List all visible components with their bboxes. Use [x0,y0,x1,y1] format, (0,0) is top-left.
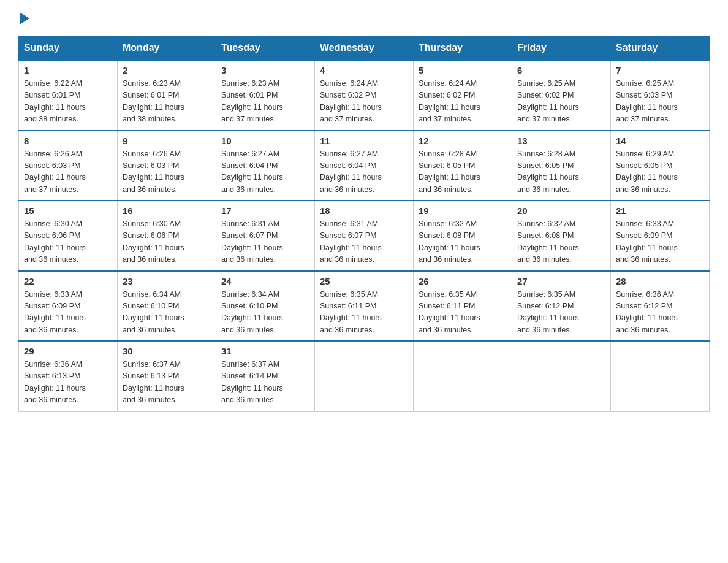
day-number: 1 [24,65,112,75]
calendar-cell: 20Sunrise: 6:32 AMSunset: 6:08 PMDayligh… [512,201,611,271]
calendar-table: SundayMondayTuesdayWednesdayThursdayFrid… [18,36,710,412]
calendar-cell: 16Sunrise: 6:30 AMSunset: 6:06 PMDayligh… [118,201,216,271]
day-number: 14 [616,136,704,146]
day-info: Sunrise: 6:37 AMSunset: 6:13 PMDaylight:… [123,360,184,404]
day-info: Sunrise: 6:30 AMSunset: 6:06 PMDaylight:… [123,220,184,264]
day-info: Sunrise: 6:25 AMSunset: 6:02 PMDaylight:… [517,79,579,123]
day-info: Sunrise: 6:24 AMSunset: 6:02 PMDaylight:… [320,79,382,123]
calendar-cell: 30Sunrise: 6:37 AMSunset: 6:13 PMDayligh… [118,341,216,411]
day-info: Sunrise: 6:32 AMSunset: 6:08 PMDaylight:… [419,220,480,264]
week-row-5: 29Sunrise: 6:36 AMSunset: 6:13 PMDayligh… [19,341,710,411]
day-info: Sunrise: 6:30 AMSunset: 6:06 PMDaylight:… [24,220,86,264]
calendar-cell [315,341,414,411]
day-number: 11 [320,136,408,146]
calendar-cell: 3Sunrise: 6:23 AMSunset: 6:01 PMDaylight… [216,60,315,131]
calendar-header-row: SundayMondayTuesdayWednesdayThursdayFrid… [19,36,710,61]
calendar-cell: 18Sunrise: 6:31 AMSunset: 6:07 PMDayligh… [315,201,414,271]
day-number: 10 [221,136,309,146]
day-number: 28 [616,276,704,286]
calendar-cell: 1Sunrise: 6:22 AMSunset: 6:01 PMDaylight… [19,60,118,131]
day-info: Sunrise: 6:23 AMSunset: 6:01 PMDaylight:… [221,79,283,123]
day-number: 2 [123,65,211,75]
day-number: 13 [517,136,605,146]
calendar-cell: 12Sunrise: 6:28 AMSunset: 6:05 PMDayligh… [414,131,512,201]
column-header-monday: Monday [118,36,216,61]
column-header-tuesday: Tuesday [216,36,315,61]
column-header-sunday: Sunday [19,36,118,61]
day-info: Sunrise: 6:27 AMSunset: 6:04 PMDaylight:… [221,150,283,194]
logo [18,12,31,25]
calendar-cell: 8Sunrise: 6:26 AMSunset: 6:03 PMDaylight… [19,131,118,201]
day-info: Sunrise: 6:37 AMSunset: 6:14 PMDaylight:… [221,360,283,404]
day-info: Sunrise: 6:34 AMSunset: 6:10 PMDaylight:… [221,290,283,334]
calendar-cell [512,341,611,411]
day-number: 22 [24,276,112,286]
day-number: 27 [517,276,605,286]
calendar-cell: 11Sunrise: 6:27 AMSunset: 6:04 PMDayligh… [315,131,414,201]
day-number: 5 [419,65,507,75]
calendar-cell: 27Sunrise: 6:35 AMSunset: 6:12 PMDayligh… [512,271,611,342]
day-info: Sunrise: 6:36 AMSunset: 6:12 PMDaylight:… [616,290,678,334]
column-header-friday: Friday [512,36,611,61]
day-info: Sunrise: 6:32 AMSunset: 6:08 PMDaylight:… [517,220,579,264]
day-number: 6 [517,65,605,75]
calendar-cell: 15Sunrise: 6:30 AMSunset: 6:06 PMDayligh… [19,201,118,271]
calendar-cell: 21Sunrise: 6:33 AMSunset: 6:09 PMDayligh… [611,201,710,271]
day-number: 23 [123,276,211,286]
calendar-cell: 4Sunrise: 6:24 AMSunset: 6:02 PMDaylight… [315,60,414,131]
day-info: Sunrise: 6:34 AMSunset: 6:10 PMDaylight:… [123,290,184,334]
week-row-4: 22Sunrise: 6:33 AMSunset: 6:09 PMDayligh… [19,271,710,342]
calendar-cell: 17Sunrise: 6:31 AMSunset: 6:07 PMDayligh… [216,201,315,271]
day-number: 3 [221,65,309,75]
day-number: 4 [320,65,408,75]
day-number: 7 [616,65,704,75]
day-number: 30 [123,346,211,356]
calendar-cell: 31Sunrise: 6:37 AMSunset: 6:14 PMDayligh… [216,341,315,411]
day-number: 25 [320,276,408,286]
day-info: Sunrise: 6:29 AMSunset: 6:05 PMDaylight:… [616,150,678,194]
day-number: 8 [24,136,112,146]
day-info: Sunrise: 6:35 AMSunset: 6:11 PMDaylight:… [320,290,382,334]
day-number: 29 [24,346,112,356]
day-number: 9 [123,136,211,146]
day-info: Sunrise: 6:28 AMSunset: 6:05 PMDaylight:… [517,150,579,194]
day-info: Sunrise: 6:28 AMSunset: 6:05 PMDaylight:… [419,150,480,194]
day-info: Sunrise: 6:35 AMSunset: 6:12 PMDaylight:… [517,290,579,334]
calendar-cell: 26Sunrise: 6:35 AMSunset: 6:11 PMDayligh… [414,271,512,342]
calendar-cell: 10Sunrise: 6:27 AMSunset: 6:04 PMDayligh… [216,131,315,201]
day-info: Sunrise: 6:36 AMSunset: 6:13 PMDaylight:… [24,360,86,404]
column-header-wednesday: Wednesday [315,36,414,61]
day-number: 31 [221,346,309,356]
logo-arrow-icon [20,12,29,25]
day-number: 12 [419,136,507,146]
calendar-cell: 5Sunrise: 6:24 AMSunset: 6:02 PMDaylight… [414,60,512,131]
calendar-cell: 19Sunrise: 6:32 AMSunset: 6:08 PMDayligh… [414,201,512,271]
day-number: 17 [221,205,309,216]
week-row-2: 8Sunrise: 6:26 AMSunset: 6:03 PMDaylight… [19,131,710,201]
day-info: Sunrise: 6:31 AMSunset: 6:07 PMDaylight:… [320,220,382,264]
calendar-cell: 22Sunrise: 6:33 AMSunset: 6:09 PMDayligh… [19,271,118,342]
calendar-cell: 9Sunrise: 6:26 AMSunset: 6:03 PMDaylight… [118,131,216,201]
day-info: Sunrise: 6:27 AMSunset: 6:04 PMDaylight:… [320,150,382,194]
calendar-cell: 7Sunrise: 6:25 AMSunset: 6:03 PMDaylight… [611,60,710,131]
calendar-cell [414,341,512,411]
logo-area [18,12,31,25]
day-info: Sunrise: 6:23 AMSunset: 6:01 PMDaylight:… [123,79,184,123]
day-number: 24 [221,276,309,286]
day-number: 26 [419,276,507,286]
day-info: Sunrise: 6:25 AMSunset: 6:03 PMDaylight:… [616,79,678,123]
calendar-cell: 28Sunrise: 6:36 AMSunset: 6:12 PMDayligh… [611,271,710,342]
calendar-cell: 23Sunrise: 6:34 AMSunset: 6:10 PMDayligh… [118,271,216,342]
day-number: 20 [517,205,605,216]
day-info: Sunrise: 6:35 AMSunset: 6:11 PMDaylight:… [419,290,480,334]
calendar-cell: 29Sunrise: 6:36 AMSunset: 6:13 PMDayligh… [19,341,118,411]
day-number: 16 [123,205,211,216]
day-info: Sunrise: 6:26 AMSunset: 6:03 PMDaylight:… [24,150,86,194]
day-number: 15 [24,205,112,216]
calendar-cell: 14Sunrise: 6:29 AMSunset: 6:05 PMDayligh… [611,131,710,201]
day-info: Sunrise: 6:33 AMSunset: 6:09 PMDaylight:… [24,290,86,334]
day-info: Sunrise: 6:26 AMSunset: 6:03 PMDaylight:… [123,150,184,194]
day-info: Sunrise: 6:24 AMSunset: 6:02 PMDaylight:… [419,79,480,123]
day-number: 19 [419,205,507,216]
day-info: Sunrise: 6:31 AMSunset: 6:07 PMDaylight:… [221,220,283,264]
